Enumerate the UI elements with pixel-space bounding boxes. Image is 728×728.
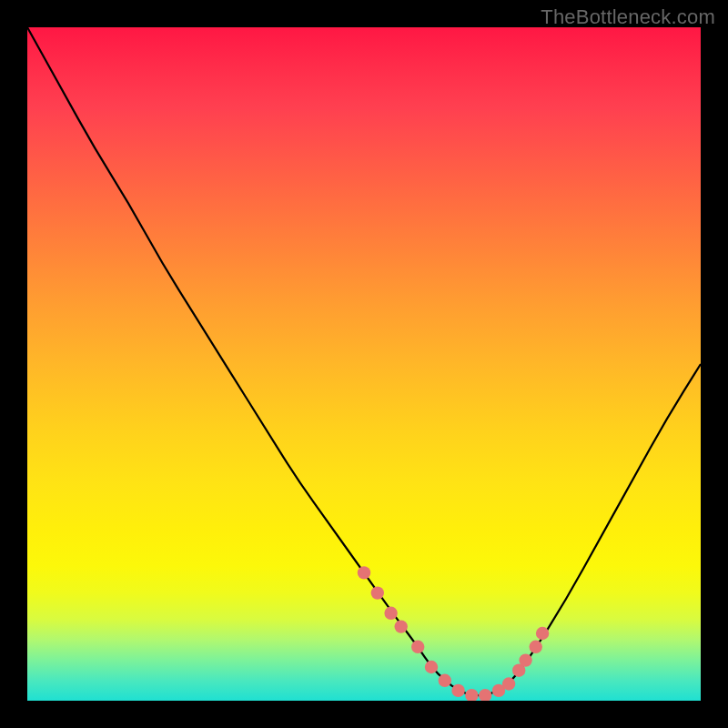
plot-area <box>27 27 701 701</box>
highlight-dot <box>425 661 438 673</box>
highlight-dot <box>502 677 515 690</box>
highlight-dot <box>439 674 451 687</box>
chart-svg <box>27 27 701 701</box>
highlight-dot <box>519 653 531 666</box>
highlight-dot <box>465 689 478 701</box>
highlight-dot <box>358 566 370 579</box>
highlight-dots-group <box>358 566 550 701</box>
highlight-dot <box>371 586 384 599</box>
chart-frame: TheBottleneck.com <box>0 0 728 728</box>
watermark-text: TheBottleneck.com <box>541 5 715 29</box>
highlight-dot <box>395 620 408 632</box>
highlight-dot <box>536 627 549 640</box>
highlight-dot <box>384 607 397 620</box>
highlight-dot <box>411 641 424 653</box>
highlight-dot <box>530 641 542 653</box>
bottleneck-curve <box>27 27 701 695</box>
highlight-dot <box>479 689 491 701</box>
highlight-dot <box>451 684 464 697</box>
